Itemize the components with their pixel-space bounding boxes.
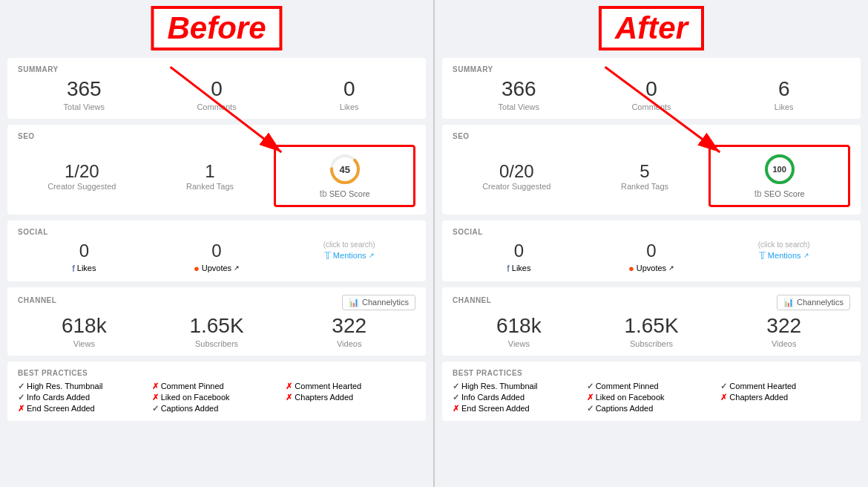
before-channel-subscribers-value: 1.65K [151, 315, 283, 338]
after-summary-label: SUMMARY [453, 65, 850, 73]
after-ranked-tags-label: Ranked Tags [581, 182, 709, 191]
before-channel-videos-value: 322 [283, 315, 415, 338]
after-likes: 6 Likes [717, 78, 850, 111]
external-link-icon-before-mentions: ↗ [369, 252, 375, 259]
after-seo-card: SEO 0/20 Creator Suggested 5 Ranked Tags [442, 125, 861, 215]
reddit-icon-before: ● [194, 263, 200, 274]
after-channel-label: CHANNEL [453, 296, 491, 304]
after-mentions-platform: 𝕋 Mentions ↗ [717, 250, 850, 261]
after-fb-platform: f Likes [453, 263, 585, 274]
before-fb-label: Likes [77, 264, 96, 272]
before-mentions-label: Mentions [333, 251, 366, 260]
before-creator-suggested-value: 1/20 [18, 161, 146, 182]
checkmark-icon: ✓ [587, 404, 594, 414]
after-channel-card: CHANNEL 📊 Channelytics 618k Views 1.65K … [442, 287, 861, 356]
external-link-icon-after-mentions: ↗ [803, 252, 809, 259]
before-panel: Before SUMMARY 365 Total Views 0 Comment… [0, 0, 433, 487]
after-panel: After SUMMARY 366 Total Views 0 Comments [435, 0, 868, 487]
after-channel-subscribers: 1.65K Subscribers [585, 315, 718, 348]
before-channelytics-button[interactable]: 📊 Channelytics [342, 295, 415, 310]
bp-item-text: Comment Pinned [596, 382, 659, 390]
after-fb-label: Likes [512, 264, 531, 272]
after-likes-value: 6 [717, 78, 850, 101]
before-creator-suggested-label: Creator Suggested [18, 182, 146, 191]
after-channel-subscribers-value: 1.65K [585, 315, 718, 338]
before-mentions-link[interactable]: Mentions ↗ [333, 251, 375, 260]
after-bp-grid: ✓High Res. Thumbnail✓Comment Pinned✓Comm… [453, 382, 850, 414]
before-bp-item: ✗Liked on Facebook [152, 393, 282, 402]
cross-icon: ✗ [453, 404, 459, 414]
before-upvotes-label: Upvotes [202, 264, 231, 272]
after-score-circle: 100 [763, 153, 796, 186]
cross-icon: ✗ [152, 393, 159, 402]
after-bp-item: ✗Chapters Added [720, 393, 850, 402]
after-click-search: (click to search) [717, 241, 850, 249]
facebook-icon-before: f [72, 263, 75, 274]
after-channelytics-button[interactable]: 📊 Channelytics [777, 295, 850, 310]
cross-icon: ✗ [587, 393, 594, 402]
after-mentions-link[interactable]: Mentions ↗ [768, 251, 809, 260]
bar-chart-icon-before: 📊 [349, 298, 359, 307]
after-total-views-label: Total Views [453, 102, 585, 111]
after-social-card: SOCIAL 0 f Likes 0 ● Upvotes ↗ [442, 220, 861, 281]
cross-icon: ✗ [286, 393, 292, 402]
before-bp-item: ✓Captions Added [152, 404, 282, 414]
bp-item-text: Comment Pinned [161, 382, 224, 390]
after-summary-card: SUMMARY 366 Total Views 0 Comments 6 Lik… [442, 58, 861, 119]
after-comments: 0 Comments [585, 78, 718, 111]
before-label: Before [151, 6, 282, 50]
before-upvotes: 0 ● Upvotes ↗ [151, 241, 283, 274]
twitter-icon-after: 𝕋 [759, 250, 766, 261]
after-channel-header: CHANNEL 📊 Channelytics [453, 295, 850, 310]
bp-item-text: Chapters Added [295, 393, 353, 402]
before-upvotes-value: 0 [151, 241, 283, 261]
after-score-footer: tb SEO Score [715, 189, 844, 199]
before-ranked-tags-label: Ranked Tags [146, 182, 274, 191]
after-social-row: 0 f Likes 0 ● Upvotes ↗ (click to search [453, 241, 850, 274]
before-bp-grid: ✓High Res. Thumbnail✗Comment Pinned✗Comm… [18, 382, 415, 414]
tubebuddy-icon-before: tb [320, 189, 327, 199]
before-channel-label: CHANNEL [18, 296, 56, 304]
after-comments-value: 0 [585, 78, 718, 101]
bp-item-text: End Screen Added [27, 404, 95, 413]
before-summary-card: SUMMARY 365 Total Views 0 Comments 0 Lik… [7, 58, 426, 119]
after-bp-item: ✗End Screen Added [453, 404, 582, 414]
after-channel-videos-value: 322 [717, 315, 850, 338]
after-seo-label: SEO [453, 132, 850, 140]
after-total-views-value: 366 [453, 78, 585, 101]
after-summary-row: 366 Total Views 0 Comments 6 Likes [453, 78, 850, 111]
before-channel-header: CHANNEL 📊 Channelytics [18, 295, 415, 310]
after-total-views: 366 Total Views [453, 78, 585, 111]
bp-item-text: Captions Added [596, 404, 654, 413]
before-comments-value: 0 [151, 78, 283, 101]
before-seo-card: SEO 1/20 Creator Suggested 1 Ranked Tags [7, 125, 426, 215]
after-fb-likes: 0 f Likes [453, 241, 585, 274]
before-fb-likes: 0 f Likes [18, 241, 151, 274]
before-social-row: 0 f Likes 0 ● Upvotes ↗ (click to search [18, 241, 415, 274]
before-channel-subscribers-label: Subscribers [151, 339, 283, 348]
after-creator-suggested-value: 0/20 [453, 161, 581, 182]
after-channelytics-label: Channelytics [797, 298, 844, 307]
after-bp-label: BEST PRACTICES [453, 369, 850, 377]
bar-chart-icon-after: 📊 [783, 298, 794, 307]
after-social-label: SOCIAL [453, 228, 850, 236]
external-link-icon-before-upvotes: ↗ [234, 264, 240, 272]
checkmark-icon: ✓ [18, 382, 24, 391]
bp-item-text: Comment Hearted [295, 382, 361, 390]
before-fb-platform: f Likes [18, 263, 151, 274]
cross-icon: ✗ [18, 404, 24, 414]
before-total-views-value: 365 [18, 78, 151, 101]
external-link-icon-after-upvotes: ↗ [668, 264, 674, 272]
after-best-practices-card: BEST PRACTICES ✓High Res. Thumbnail✓Comm… [442, 362, 861, 421]
before-channelytics-label: Channelytics [362, 298, 409, 307]
before-seo-row: 1/20 Creator Suggested 1 Ranked Tags 45 [18, 145, 415, 207]
before-channel-views-label: Views [18, 339, 151, 348]
after-comments-label: Comments [585, 102, 718, 111]
before-bp-item: ✗End Screen Added [18, 404, 148, 414]
before-bp-item: ✓High Res. Thumbnail [18, 382, 148, 391]
after-channel-subscribers-label: Subscribers [585, 339, 718, 348]
after-creator-suggested-label: Creator Suggested [453, 182, 581, 191]
before-social-card: SOCIAL 0 f Likes 0 ● Upvotes ↗ [7, 220, 426, 281]
after-channel-videos: 322 Videos [717, 315, 850, 348]
before-score-number: 45 [339, 163, 349, 174]
